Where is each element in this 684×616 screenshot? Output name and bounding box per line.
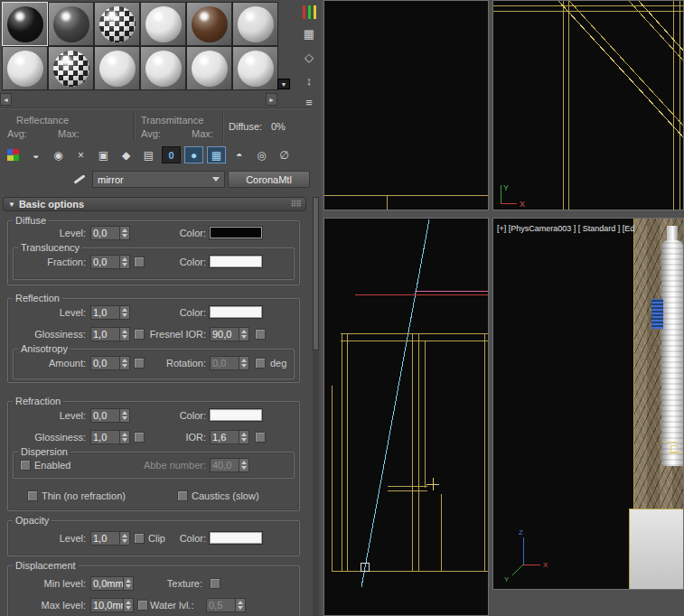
material-sample-slot[interactable] — [48, 2, 94, 46]
refraction-glossiness-spinner[interactable]: 1,0 — [90, 430, 130, 444]
material-sample-slot[interactable] — [94, 46, 140, 90]
rotation-value: 0,0 — [211, 357, 239, 369]
spinner-arrows[interactable] — [119, 306, 129, 319]
material-sample-slot[interactable] — [48, 46, 94, 90]
spinner-arrows[interactable] — [239, 459, 248, 471]
viewport-wireframe — [324, 1, 489, 210]
show-end-result-icon[interactable]: ▦ — [207, 146, 226, 163]
spinner-arrows[interactable] — [119, 409, 129, 422]
opacity-group-title: Opacity — [13, 515, 52, 526]
material-sample-slot[interactable] — [186, 46, 232, 90]
make-unique-icon[interactable]: ◆ — [117, 146, 136, 163]
show-shaded-in-viewport-icon[interactable]: ● — [184, 146, 203, 163]
refraction-level-spinner[interactable]: 0,0 — [90, 408, 130, 423]
reflection-glossiness-spinner[interactable]: 1,0 — [90, 327, 130, 341]
fresnel-ior-map-button[interactable] — [255, 329, 266, 340]
opacity-clip-checkbox[interactable] — [134, 533, 145, 544]
panel-scrollbar[interactable] — [313, 197, 319, 616]
fresnel-ior-spinner[interactable]: 90,0 — [210, 327, 249, 341]
sample-type-icon[interactable] — [299, 2, 319, 22]
basic-options-rollout-header[interactable]: ▼ Basic options ⠿⠿ — [3, 197, 306, 211]
palette-more-button[interactable]: ▼ — [277, 79, 290, 89]
put-to-library-icon[interactable]: ▤ — [139, 146, 158, 163]
viewport-bottom-left[interactable] — [323, 218, 489, 616]
anisotropy-amount-spinner[interactable]: 0,0 — [90, 356, 130, 370]
translucency-color-swatch[interactable] — [210, 256, 262, 267]
pick-from-object-icon[interactable]: ∅ — [275, 146, 294, 163]
material-sample-slot[interactable] — [2, 46, 48, 90]
go-to-parent-icon[interactable]: ◓ — [230, 146, 248, 163]
material-sample-slot[interactable] — [140, 46, 186, 90]
refraction-color-swatch[interactable] — [210, 409, 262, 421]
fraction-spinner[interactable]: 0,0 — [90, 255, 130, 269]
reset-material-icon[interactable]: × — [71, 146, 90, 163]
thin-refraction-checkbox[interactable] — [27, 490, 38, 501]
material-sample-slot[interactable] — [94, 2, 140, 46]
spinner-arrows[interactable] — [119, 227, 129, 239]
put-material-to-scene-icon[interactable]: ◒ — [26, 146, 45, 163]
spinner-arrows[interactable] — [119, 431, 129, 443]
backlight-icon[interactable]: ▦ — [299, 23, 319, 43]
anisotropy-amount-map-button[interactable] — [134, 358, 145, 369]
opacity-color-swatch[interactable] — [210, 532, 262, 544]
water-level-spinner[interactable]: 0,5 — [206, 598, 246, 612]
axis-y-label: Y — [503, 183, 509, 192]
material-navigator-icon[interactable]: ≡ — [299, 92, 319, 112]
spinner-arrows[interactable] — [119, 256, 129, 268]
fresnel-ior-label: Fresnel IOR: — [148, 329, 206, 341]
go-forward-sibling-icon[interactable]: ◎ — [252, 146, 271, 163]
viewport-top-right[interactable]: X Y — [492, 0, 684, 210]
spinner-arrows[interactable] — [239, 431, 248, 443]
ior-spinner[interactable]: 1,6 — [210, 430, 249, 444]
sample-uv-tiling-icon[interactable]: ◇ — [299, 47, 319, 67]
spinner-arrows[interactable] — [119, 532, 129, 545]
reflection-level-spinner[interactable]: 1,0 — [90, 305, 130, 320]
material-sample-slot[interactable] — [232, 2, 278, 46]
reflection-color-swatch[interactable] — [210, 306, 262, 318]
spinner-arrows[interactable] — [119, 357, 129, 369]
pick-material-eyedropper-icon[interactable] — [70, 172, 87, 188]
diffuse-color-swatch[interactable] — [210, 227, 262, 238]
reflection-level-label: Level: — [9, 307, 86, 319]
spinner-arrows[interactable] — [239, 357, 248, 369]
refraction-glossiness-map-button[interactable] — [134, 432, 145, 443]
spinner-arrows[interactable] — [123, 577, 133, 590]
min-level-spinner[interactable]: 0,0mm — [90, 576, 134, 591]
scrollbar-thumb[interactable] — [313, 197, 319, 350]
max-level-spinner[interactable]: 10,0mm — [90, 598, 134, 612]
video-color-check-icon[interactable]: ↕ — [299, 70, 319, 90]
viewport-top-left[interactable] — [323, 0, 489, 210]
abbe-number-spinner[interactable]: 40,0 — [210, 458, 249, 472]
opacity-level-spinner[interactable]: 1,0 — [90, 531, 130, 546]
deg-label: deg — [270, 358, 294, 369]
material-name-dropdown[interactable]: mirror — [92, 171, 225, 188]
spinner-arrows[interactable] — [119, 328, 129, 341]
spinner-arrows[interactable] — [239, 328, 248, 341]
displacement-texture-map-button[interactable] — [210, 578, 220, 589]
spinner-arrows[interactable] — [235, 599, 245, 611]
thin-refraction-label: Thin (no refraction) — [42, 490, 168, 502]
material-id-channel-icon[interactable]: 0 — [162, 146, 181, 163]
diffuse-level-spinner[interactable]: 0,0 — [90, 226, 130, 240]
reflectance-title: Reflectance — [16, 115, 69, 126]
rotation-map-button[interactable] — [255, 358, 266, 369]
caustics-checkbox[interactable] — [177, 490, 188, 501]
spinner-arrows[interactable] — [123, 599, 133, 611]
viewport-camera[interactable]: [+] [PhysCamera003 ] [ Standard ] [Edged… — [492, 218, 684, 590]
water-level-checkbox[interactable] — [137, 600, 148, 611]
assign-material-to-selection-icon[interactable]: ◉ — [49, 146, 68, 163]
material-sample-slot[interactable] — [140, 2, 186, 46]
get-material-icon[interactable] — [4, 146, 23, 163]
palette-scroll-left-button[interactable]: ◄ — [0, 93, 12, 106]
dispersion-enabled-checkbox[interactable] — [20, 460, 31, 471]
ior-map-button[interactable] — [255, 432, 266, 443]
material-sample-slot[interactable] — [186, 2, 232, 46]
reflection-glossiness-map-button[interactable] — [134, 329, 145, 340]
material-sample-slot[interactable] — [2, 2, 48, 46]
fraction-map-button[interactable] — [134, 257, 145, 267]
material-sample-slot[interactable] — [232, 46, 278, 90]
material-type-button[interactable]: CoronaMtl — [228, 171, 310, 188]
palette-scroll-right-button[interactable]: ► — [266, 93, 277, 106]
rotation-spinner[interactable]: 0,0 — [210, 356, 249, 370]
make-material-copy-icon[interactable]: ▣ — [94, 146, 113, 163]
